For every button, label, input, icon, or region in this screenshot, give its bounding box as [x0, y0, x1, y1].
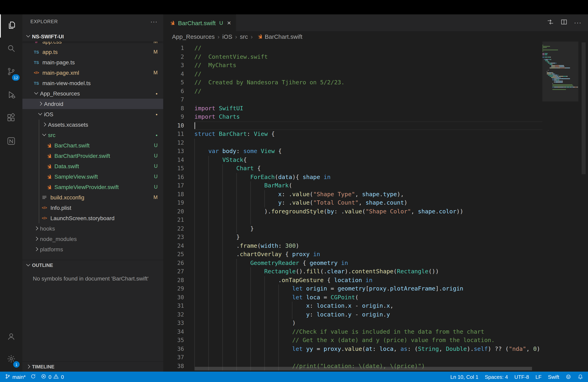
- line-number[interactable]: 1: [163, 44, 184, 53]
- tree-item-platforms[interactable]: platforms: [22, 244, 163, 254]
- cursor-position[interactable]: Ln 10, Col 1: [450, 374, 478, 380]
- outline-header[interactable]: OUTLINE: [22, 260, 163, 270]
- line-number[interactable]: 33: [163, 319, 184, 327]
- line-number[interactable]: 18: [163, 190, 184, 199]
- line-number[interactable]: 5: [163, 78, 184, 87]
- branch-indicator[interactable]: main*: [5, 373, 26, 380]
- line-number[interactable]: 15: [163, 164, 184, 173]
- line-number[interactable]: 22: [163, 224, 184, 233]
- line-number[interactable]: 36: [163, 345, 184, 353]
- sidebar-item-explorer[interactable]: [0, 14, 22, 38]
- code-line-10[interactable]: 10: [163, 121, 542, 130]
- timeline-header[interactable]: TIMELINE: [22, 361, 163, 372]
- line-number[interactable]: 32: [163, 310, 184, 319]
- line-number[interactable]: 34: [163, 327, 184, 336]
- code-line-36[interactable]: 36 let yy = proxy.value(at: loca, as: (S…: [163, 345, 542, 353]
- more-actions-icon[interactable]: ···: [574, 19, 582, 26]
- line-number[interactable]: 16: [163, 173, 184, 181]
- tab-barchart-swift[interactable]: BarChart.swift U ×: [163, 14, 236, 31]
- line-number[interactable]: 21: [163, 216, 184, 224]
- tree-item-assets-xcassets[interactable]: Assets.xcassets: [22, 119, 163, 130]
- vertical-scrollbar[interactable]: [582, 42, 586, 174]
- language-indicator[interactable]: Swift: [548, 374, 559, 380]
- split-editor-button[interactable]: [560, 18, 567, 27]
- line-number[interactable]: 38: [163, 362, 184, 370]
- tree-item-data-swift[interactable]: Data.swiftU: [22, 161, 163, 172]
- line-number[interactable]: 9: [163, 113, 184, 121]
- line-number[interactable]: 23: [163, 233, 184, 242]
- sidebar-item-search[interactable]: [0, 38, 22, 61]
- tree-item-build-xcconfig[interactable]: build.xcconfigM: [22, 192, 163, 203]
- code-line-27[interactable]: 27 Rectangle().fill(.clear).contentShape…: [163, 267, 542, 276]
- code-line-22[interactable]: 22 }: [163, 224, 542, 233]
- tree-item-android[interactable]: Android: [22, 99, 163, 109]
- line-number[interactable]: 4: [163, 70, 184, 78]
- line-number[interactable]: 30: [163, 293, 184, 302]
- accounts-button[interactable]: [0, 326, 22, 348]
- sidebar-item-source-control[interactable]: 12: [0, 61, 22, 84]
- code-line-32[interactable]: 32 y: location.y - origin.y: [163, 310, 542, 319]
- code-line-9[interactable]: 9import Charts: [163, 113, 542, 121]
- code-line-11[interactable]: 11struct BarChart: View {: [163, 130, 542, 138]
- line-number[interactable]: 26: [163, 259, 184, 267]
- tree-item-info-plist[interactable]: </>Info.plist: [22, 203, 163, 213]
- code-line-12[interactable]: 12: [163, 138, 542, 147]
- code-line-17[interactable]: 17 BarMark(: [163, 181, 542, 190]
- line-number[interactable]: 6: [163, 87, 184, 96]
- problems-indicator[interactable]: 0 0: [41, 373, 64, 380]
- line-number[interactable]: 19: [163, 199, 184, 207]
- code-line-24[interactable]: 24 .frame(width: 300): [163, 242, 542, 250]
- code-line-7[interactable]: 7: [163, 96, 542, 104]
- tree-item-launchscreen-storyboard[interactable]: </>LaunchScreen.storyboard: [22, 213, 163, 223]
- code-editor[interactable]: 1//2// ContentView.swift3// MyCharts4//5…: [163, 41, 542, 372]
- tree-item-node-modules[interactable]: node_modules: [22, 234, 163, 244]
- code-line-30[interactable]: 30 let loca = CGPoint(: [163, 293, 542, 302]
- line-number[interactable]: 25: [163, 250, 184, 259]
- line-number[interactable]: 7: [163, 96, 184, 104]
- breadcrumb-item[interactable]: iOS: [222, 33, 232, 40]
- line-number[interactable]: 12: [163, 138, 184, 147]
- project-section-header[interactable]: NS-SWIFT-UI: [22, 31, 163, 41]
- breadcrumb-item[interactable]: BarChart.swift: [256, 33, 302, 40]
- line-number[interactable]: 13: [163, 147, 184, 156]
- code-line-31[interactable]: 31 x: location.x - origin.x,: [163, 302, 542, 310]
- line-number[interactable]: 8: [163, 104, 184, 113]
- tree-item-src[interactable]: src●: [22, 130, 163, 140]
- code-line-34[interactable]: 34 //Check if value is included in the d…: [163, 327, 542, 336]
- line-number[interactable]: 20: [163, 207, 184, 216]
- code-line-3[interactable]: 3// MyCharts: [163, 61, 542, 70]
- code-line-1[interactable]: 1//: [163, 44, 542, 53]
- line-number[interactable]: 11: [163, 130, 184, 138]
- tree-item-ios[interactable]: iOS●: [22, 109, 163, 119]
- more-actions-icon[interactable]: ···: [150, 18, 158, 25]
- horizontal-scrollbar[interactable]: [195, 367, 532, 370]
- tree-item-hooks[interactable]: hooks: [22, 223, 163, 234]
- line-number[interactable]: 14: [163, 156, 184, 164]
- eol-indicator[interactable]: LF: [535, 374, 541, 380]
- tree-item-sampleviewprovider-swift[interactable]: SampleViewProvider.swiftU: [22, 182, 163, 192]
- minimap-slider[interactable]: [542, 41, 578, 101]
- line-number[interactable]: 31: [163, 302, 184, 310]
- code-line-37[interactable]: 37: [163, 353, 542, 362]
- line-number[interactable]: 24: [163, 242, 184, 250]
- settings-button[interactable]: 1: [0, 348, 22, 371]
- tree-item-main-view-model-ts[interactable]: TSmain-view-model.ts: [22, 78, 163, 88]
- breadcrumb-item[interactable]: src: [240, 33, 248, 40]
- code-line-13[interactable]: 13 var body: some View {: [163, 147, 542, 156]
- line-number[interactable]: 29: [163, 285, 184, 293]
- indentation-indicator[interactable]: Spaces: 4: [485, 374, 508, 380]
- line-number[interactable]: 28: [163, 276, 184, 285]
- code-line-23[interactable]: 23 }: [163, 233, 542, 242]
- sidebar-item-extensions[interactable]: [0, 107, 22, 130]
- line-number[interactable]: 35: [163, 336, 184, 345]
- line-number[interactable]: 27: [163, 267, 184, 276]
- code-line-29[interactable]: 29 let origin = geometry[proxy.plotAreaF…: [163, 285, 542, 293]
- code-line-5[interactable]: 5// Created by Nandesora Tjihero on 5/2/…: [163, 78, 542, 87]
- encoding-indicator[interactable]: UTF-8: [514, 374, 529, 380]
- code-line-21[interactable]: 21: [163, 216, 542, 224]
- code-line-16[interactable]: 16 ForEach(data){ shape in: [163, 173, 542, 181]
- code-line-19[interactable]: 19 y: .value("Total Count", shape.count): [163, 199, 542, 207]
- code-line-2[interactable]: 2// ContentView.swift: [163, 53, 542, 61]
- open-changes-button[interactable]: [547, 18, 554, 27]
- tree-item-barchart-swift[interactable]: BarChart.swiftU: [22, 140, 163, 151]
